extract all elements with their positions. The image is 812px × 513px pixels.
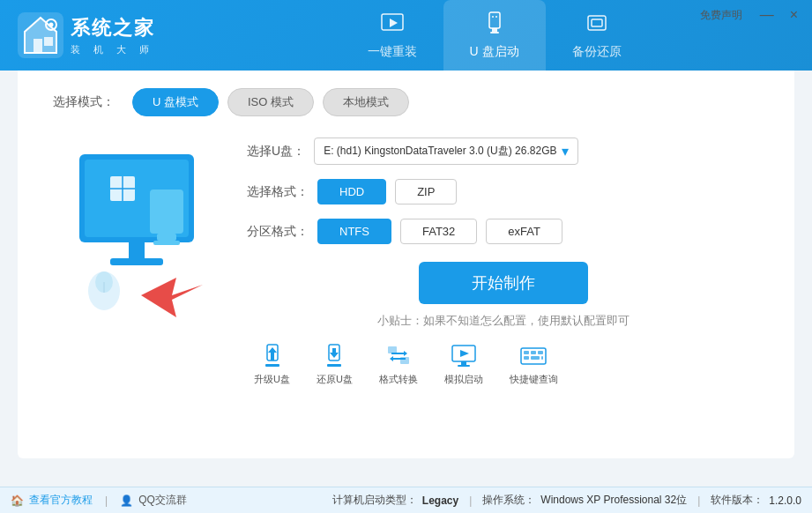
svg-rect-38 bbox=[400, 357, 409, 364]
simulate-icon bbox=[450, 341, 478, 369]
qq-link[interactable]: QQ交流群 bbox=[138, 493, 187, 508]
svg-rect-49 bbox=[541, 356, 543, 360]
svg-marker-35 bbox=[404, 351, 407, 356]
mode-iso-button[interactable]: ISO 模式 bbox=[227, 88, 314, 116]
svg-rect-2 bbox=[34, 39, 42, 53]
close-button[interactable]: × bbox=[783, 5, 805, 25]
logo-sub-title: 装 机 大 师 bbox=[71, 43, 155, 56]
mode-selector-row: 选择模式： U 盘模式 ISO 模式 本地模式 bbox=[53, 88, 759, 116]
svg-rect-37 bbox=[388, 346, 397, 353]
bottom-icons-row: 升级U盘 还原U盘 格式转换 bbox=[53, 341, 759, 390]
svg-point-5 bbox=[49, 23, 54, 27]
svg-rect-34 bbox=[327, 364, 341, 367]
partition-fat32-button[interactable]: FAT32 bbox=[400, 219, 477, 244]
svg-rect-45 bbox=[531, 351, 536, 354]
mode-label: 选择模式： bbox=[53, 94, 115, 110]
form-area: 选择U盘： E: (hd1) KingstonDataTraveler 3.0 … bbox=[247, 138, 759, 329]
logo-icon bbox=[18, 12, 63, 58]
format-select-row: 选择格式： HDD ZIP bbox=[247, 179, 759, 204]
svg-rect-31 bbox=[265, 364, 279, 367]
os-value: Windows XP Professional 32位 bbox=[540, 493, 687, 508]
shortcut-label: 快捷键查询 bbox=[510, 373, 558, 386]
status-divider-1: | bbox=[469, 494, 472, 507]
illustration-area bbox=[53, 138, 229, 329]
svg-rect-11 bbox=[492, 16, 494, 18]
convert-label: 格式转换 bbox=[379, 373, 418, 386]
format-label: 选择格式： bbox=[247, 184, 309, 200]
drive-dropdown[interactable]: E: (hd1) KingstonDataTraveler 3.0 (U盘) 2… bbox=[314, 138, 578, 165]
drive-value: E: (hd1) KingstonDataTraveler 3.0 (U盘) 2… bbox=[324, 144, 556, 159]
partition-ntfs-button[interactable]: NTFS bbox=[317, 219, 391, 244]
simulate-label: 模拟启动 bbox=[444, 373, 483, 386]
svg-marker-36 bbox=[390, 356, 393, 361]
boot-type-label: 计算机启动类型： bbox=[332, 493, 417, 508]
svg-rect-10 bbox=[490, 32, 499, 33]
version-label: 软件版本： bbox=[711, 493, 764, 508]
status-divider-2: | bbox=[697, 494, 700, 507]
svg-rect-23 bbox=[157, 234, 176, 241]
svg-rect-3 bbox=[44, 37, 53, 46]
tab-backup-label: 备份还原 bbox=[572, 44, 622, 60]
svg-rect-46 bbox=[538, 351, 543, 354]
svg-rect-40 bbox=[461, 361, 466, 365]
mode-local-button[interactable]: 本地模式 bbox=[323, 88, 409, 116]
tab-reinstall[interactable]: 一键重装 bbox=[341, 0, 443, 71]
bottom-icon-shortcut[interactable]: 快捷键查询 bbox=[510, 341, 558, 386]
svg-rect-20 bbox=[129, 242, 145, 258]
tutorial-link[interactable]: 查看官方教程 bbox=[29, 493, 93, 508]
os-label: 操作系统： bbox=[482, 493, 535, 508]
logo-area: 系统之家 装 机 大 师 bbox=[0, 12, 176, 58]
bottom-icon-restore[interactable]: 还原U盘 bbox=[317, 341, 353, 386]
mode-usb-button[interactable]: U 盘模式 bbox=[132, 88, 219, 116]
tab-usb-icon bbox=[482, 11, 507, 41]
svg-rect-21 bbox=[110, 258, 163, 265]
bottom-icon-simulate[interactable]: 模拟启动 bbox=[444, 341, 483, 386]
svg-marker-7 bbox=[390, 19, 398, 27]
partition-label: 分区格式： bbox=[247, 224, 309, 240]
dropdown-arrow-icon: ▾ bbox=[562, 143, 569, 160]
upgrade-icon bbox=[258, 341, 287, 369]
svg-rect-22 bbox=[150, 190, 183, 234]
bottom-icon-upgrade[interactable]: 升级U盘 bbox=[254, 341, 290, 386]
svg-rect-24 bbox=[153, 241, 180, 245]
tab-reinstall-label: 一键重装 bbox=[368, 44, 417, 60]
svg-marker-42 bbox=[460, 350, 469, 357]
svg-rect-44 bbox=[524, 351, 529, 354]
tab-usb-label: U 盘启动 bbox=[470, 44, 519, 60]
tab-backup[interactable]: 备份还原 bbox=[546, 0, 648, 71]
restore-icon bbox=[320, 341, 348, 369]
drive-select-row: 选择U盘： E: (hd1) KingstonDataTraveler 3.0 … bbox=[247, 138, 759, 165]
status-bar: 🏠 查看官方教程 | 👤 QQ交流群 计算机启动类型： Legacy | 操作系… bbox=[0, 487, 812, 513]
title-bar: 免费声明 — × bbox=[693, 0, 812, 30]
qq-icon: 👤 bbox=[120, 494, 133, 507]
tab-backup-icon bbox=[585, 11, 609, 41]
main-layout: 选择U盘： E: (hd1) KingstonDataTraveler 3.0 … bbox=[53, 138, 759, 329]
svg-rect-41 bbox=[458, 365, 470, 367]
svg-marker-30 bbox=[268, 347, 277, 361]
partition-format-row: 分区格式： NTFS FAT32 exFAT bbox=[247, 219, 759, 244]
shortcut-icon bbox=[519, 341, 548, 369]
svg-rect-13 bbox=[588, 16, 606, 30]
format-zip-button[interactable]: ZIP bbox=[395, 179, 457, 204]
svg-rect-14 bbox=[592, 19, 602, 26]
svg-marker-33 bbox=[330, 348, 339, 358]
start-button[interactable]: 开始制作 bbox=[419, 262, 588, 304]
free-notice-label[interactable]: 免费声明 bbox=[700, 8, 742, 23]
upgrade-label: 升级U盘 bbox=[254, 373, 290, 386]
partition-exfat-button[interactable]: exFAT bbox=[486, 219, 562, 244]
svg-marker-28 bbox=[141, 278, 203, 317]
start-button-row: 开始制作 bbox=[247, 262, 759, 304]
format-hdd-button[interactable]: HDD bbox=[317, 179, 386, 204]
restore-label: 还原U盘 bbox=[317, 373, 353, 386]
computer-illustration bbox=[62, 145, 220, 322]
version-value: 1.2.0.0 bbox=[769, 494, 801, 507]
tip-text: 小贴士：如果不知道怎么配置，使用默认配置即可 bbox=[247, 313, 759, 329]
tab-usb[interactable]: U 盘启动 bbox=[443, 0, 546, 71]
convert-icon bbox=[384, 341, 413, 369]
bottom-icon-convert[interactable]: 格式转换 bbox=[379, 341, 418, 386]
minimize-button[interactable]: — bbox=[753, 5, 781, 25]
tab-reinstall-icon bbox=[380, 11, 405, 41]
svg-rect-8 bbox=[489, 12, 500, 28]
svg-rect-48 bbox=[531, 356, 540, 360]
status-bar-icon-tutorial: 🏠 bbox=[11, 494, 24, 507]
